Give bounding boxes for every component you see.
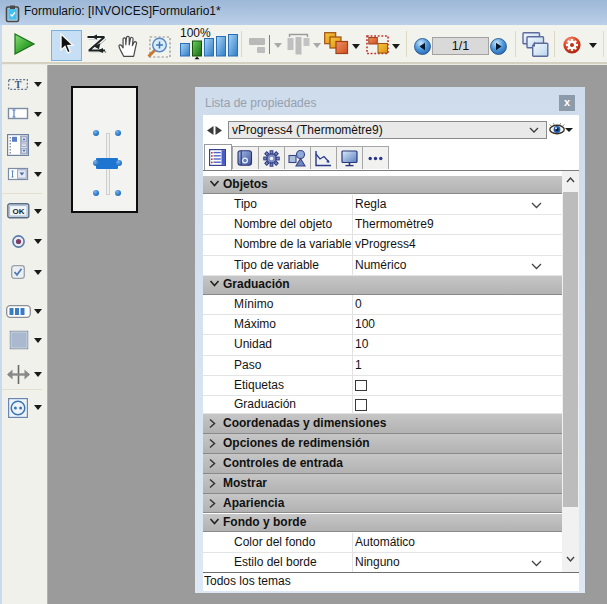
svg-text:OK: OK [13, 207, 25, 216]
svg-text:T: T [15, 79, 22, 90]
